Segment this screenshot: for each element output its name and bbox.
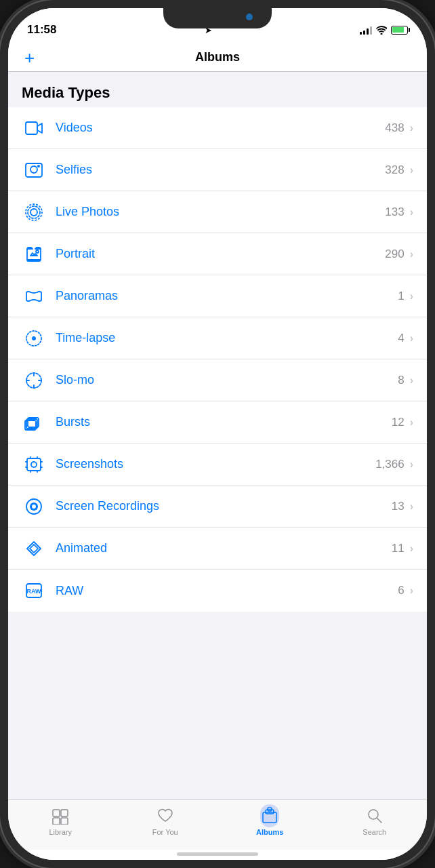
status-time: 11:58 [27,23,56,37]
item-label: Screenshots [56,457,375,471]
panorama-icon [22,284,46,309]
item-count: 4 [398,332,404,345]
svg-text:RAW: RAW [27,588,42,595]
list-item[interactable]: Screen Recordings 13 › [8,486,427,528]
for-you-tab-icon [156,806,175,825]
portrait-icon [22,242,46,267]
scroll-content[interactable]: Media Types Videos 438 › [8,72,427,799]
live-photo-icon [22,200,46,224]
item-count: 1,366 [375,458,405,471]
svg-point-32 [369,810,378,819]
item-label: Screen Recordings [56,499,392,513]
notch [163,8,272,28]
item-label: Bursts [56,415,392,429]
item-count: 8 [398,374,404,387]
item-label: Videos [56,121,385,135]
list-item[interactable]: Screenshots 1,366 › [8,443,427,486]
item-count: 133 [385,205,404,219]
item-count: 1 [398,290,404,303]
item-count: 438 [385,121,404,135]
tab-label: Library [49,828,72,836]
item-count: 11 [392,542,405,555]
chevron-icon: › [410,164,413,176]
list-item[interactable]: Selfies 328 › [8,149,427,191]
item-count: 6 [398,584,404,597]
signal-bars [360,26,372,35]
time-lapse-icon [22,326,46,351]
svg-rect-18 [27,458,41,471]
item-label: Slo-mo [56,373,398,387]
add-button[interactable]: + [24,49,35,66]
home-bar [177,852,258,856]
list-item[interactable]: RAW RAW 6 › [8,570,427,612]
selfie-icon [22,158,46,182]
list-item[interactable]: Panoramas 1 › [8,275,427,317]
svg-point-3 [37,165,40,167]
svg-rect-25 [53,810,60,816]
list-item[interactable]: Time-lapse 4 › [8,317,427,359]
home-indicator [8,850,427,860]
svg-rect-30 [266,810,274,814]
item-count: 290 [385,248,404,261]
item-count: 13 [392,500,405,513]
screen: 11:58 ➤ + Albums [8,8,427,860]
video-icon [22,116,46,140]
chevron-icon: › [410,416,413,429]
svg-point-22 [32,505,36,509]
chevron-icon: › [410,374,413,387]
chevron-icon: › [410,290,413,302]
list-item[interactable]: Animated 11 › [8,528,427,570]
list-item[interactable]: Bursts 12 › [8,401,427,443]
slo-mo-icon [22,368,46,393]
raw-icon: RAW [22,578,46,603]
tab-label: Search [362,828,386,836]
item-label: Live Photos [56,205,385,219]
svg-rect-26 [61,810,68,816]
section-header: Media Types [8,72,427,107]
chevron-icon: › [410,585,413,597]
phone-frame: 11:58 ➤ + Albums [0,0,435,868]
chevron-icon: › [410,500,413,513]
tab-label: Albums [256,828,283,836]
status-bar: 11:58 ➤ [8,8,427,42]
screen-recording-icon [22,494,46,519]
search-tab-icon [365,806,384,825]
animated-icon [22,536,46,561]
svg-point-2 [30,166,37,173]
item-label: Selfies [56,163,385,177]
svg-rect-27 [53,818,60,825]
item-label: Time-lapse [56,331,398,345]
library-tab-icon [51,806,70,825]
list-item[interactable]: Videos 438 › [8,107,427,149]
status-icons [360,26,408,35]
svg-point-4 [30,209,37,216]
svg-rect-28 [61,818,68,825]
nav-bar: + Albums [8,42,427,72]
svg-point-19 [31,462,37,467]
svg-point-7 [36,250,39,253]
list-item[interactable]: Live Photos 133 › [8,191,427,233]
item-label: RAW [56,584,398,598]
tab-search[interactable]: Search [323,804,428,839]
item-count: 12 [392,416,405,429]
chevron-icon: › [410,332,413,344]
bursts-icon [22,410,46,435]
tab-bar: Library For You [8,799,427,850]
list-item[interactable]: Slo-mo 8 › [8,359,427,401]
screenshot-icon [22,452,46,477]
list-item[interactable]: Portrait 290 › [8,233,427,275]
tab-albums[interactable]: Albums [218,804,323,839]
page-title: Albums [195,50,240,64]
tab-label: For You [152,828,178,836]
svg-point-5 [28,206,40,218]
notch-dot [246,14,253,20]
albums-tab-icon [260,806,279,825]
item-label: Animated [56,541,392,555]
svg-point-9 [32,336,36,340]
tab-for-you[interactable]: For You [113,804,218,839]
item-count: 328 [385,163,404,177]
item-label: Panoramas [56,289,398,303]
media-types-list: Videos 438 › Selfies 328 › [8,107,427,612]
tab-library[interactable]: Library [8,804,113,839]
section-title: Media Types [22,84,110,101]
